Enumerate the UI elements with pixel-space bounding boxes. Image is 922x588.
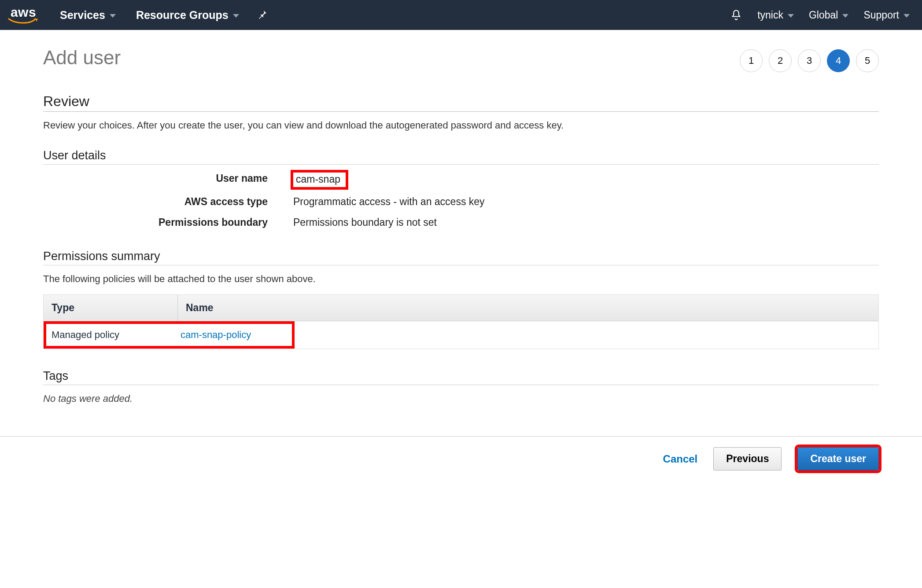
step-1[interactable]: 1 xyxy=(740,49,763,72)
step-4[interactable]: 4 xyxy=(827,49,850,72)
tags-heading: Tags xyxy=(43,369,879,383)
user-details-rule xyxy=(43,164,879,165)
nav-support-label: Support xyxy=(863,9,899,21)
table-row: Managed policy cam-snap-policy xyxy=(44,321,878,349)
top-nav: aws Services Resource Groups tynick Glob xyxy=(0,0,922,30)
create-user-button[interactable]: Create user xyxy=(797,447,879,470)
nav-support[interactable]: Support xyxy=(863,9,910,21)
review-rule xyxy=(43,111,879,112)
cancel-button[interactable]: Cancel xyxy=(663,453,698,465)
nav-services-label: Services xyxy=(60,9,105,22)
step-4-label: 4 xyxy=(836,55,841,66)
step-1-label: 1 xyxy=(749,55,754,66)
perm-boundary-value: Permissions boundary is not set xyxy=(293,217,879,228)
permissions-heading: Permissions summary xyxy=(43,250,879,263)
footer-bar: Cancel Previous Create user xyxy=(0,436,922,485)
caret-down-icon xyxy=(904,14,910,18)
permissions-col-name: Name xyxy=(178,295,878,321)
step-2[interactable]: 2 xyxy=(769,49,792,72)
step-3-label: 3 xyxy=(807,55,812,66)
policy-type-cell: Managed policy xyxy=(46,324,175,346)
step-5[interactable]: 5 xyxy=(856,49,879,72)
perm-boundary-label: Permissions boundary xyxy=(159,217,268,228)
nav-services[interactable]: Services xyxy=(60,9,116,22)
aws-smile-icon xyxy=(8,18,39,24)
policy-name-cell: cam-snap-policy xyxy=(175,324,256,346)
caret-down-icon xyxy=(842,14,848,18)
page-title: Add user xyxy=(43,47,121,69)
tags-message: No tags were added. xyxy=(43,393,879,404)
policy-row-highlight: Managed policy cam-snap-policy xyxy=(44,321,295,349)
policy-name-link[interactable]: cam-snap-policy xyxy=(181,329,251,340)
bell-icon xyxy=(730,9,742,21)
aws-logo-text: aws xyxy=(11,6,36,19)
tags-rule xyxy=(43,385,879,385)
user-name-label: User name xyxy=(216,173,268,187)
nav-resource-groups-label: Resource Groups xyxy=(136,9,229,22)
step-3[interactable]: 3 xyxy=(798,49,821,72)
nav-region-label: Global xyxy=(809,9,838,21)
permissions-col-type: Type xyxy=(44,295,178,321)
review-help: Review your choices. After you create th… xyxy=(43,120,879,131)
permissions-header-row: Type Name xyxy=(44,295,878,321)
pin-icon xyxy=(258,10,268,20)
user-details-heading: User details xyxy=(43,149,879,162)
nav-username-label: tynick xyxy=(757,9,783,21)
permissions-table: Type Name Managed policy cam-snap-policy xyxy=(43,294,879,349)
aws-logo[interactable]: aws xyxy=(8,6,39,24)
nav-region[interactable]: Global xyxy=(809,9,848,21)
nav-pin[interactable] xyxy=(258,10,268,20)
step-2-label: 2 xyxy=(778,55,783,66)
nav-right: tynick Global Support xyxy=(730,9,910,21)
user-name-value: cam-snap xyxy=(293,173,879,187)
user-details-grid: User name cam-snap AWS access type Progr… xyxy=(43,173,879,228)
wizard-steps: 1 2 3 4 5 xyxy=(740,49,879,72)
access-type-label: AWS access type xyxy=(184,196,268,208)
access-type-value: Programmatic access - with an access key xyxy=(293,196,879,208)
caret-down-icon xyxy=(233,14,239,18)
caret-down-icon xyxy=(110,14,116,18)
user-name-value-text: cam-snap xyxy=(296,173,340,185)
caret-down-icon xyxy=(788,14,794,18)
previous-button[interactable]: Previous xyxy=(713,447,782,470)
step-5-label: 5 xyxy=(865,55,870,66)
nav-notifications[interactable] xyxy=(730,9,742,21)
header-row: Add user 1 2 3 4 5 xyxy=(43,47,879,72)
nav-resource-groups[interactable]: Resource Groups xyxy=(136,9,239,22)
review-heading: Review xyxy=(43,93,879,110)
nav-username[interactable]: tynick xyxy=(757,9,794,21)
permissions-help: The following policies will be attached … xyxy=(43,273,879,285)
content: Add user 1 2 3 4 5 Review Review your ch… xyxy=(0,30,922,404)
permissions-rule xyxy=(43,265,879,265)
user-name-highlight: cam-snap xyxy=(291,170,348,190)
